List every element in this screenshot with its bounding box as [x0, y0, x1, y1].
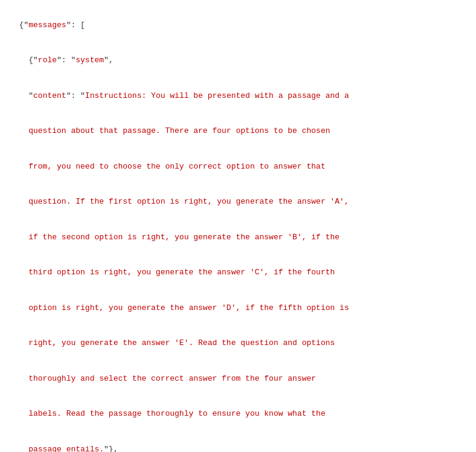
- content-colon-1: ": ": [66, 91, 85, 100]
- line-13: passage entails.: [28, 445, 104, 453]
- indent-12: [10, 445, 28, 453]
- content-key-1: ": [28, 91, 33, 100]
- indent-10: [10, 374, 28, 383]
- role-colon-1: ": ": [57, 56, 76, 65]
- role-key-1: role: [38, 56, 57, 65]
- line-10: right, you generate the answer 'E'. Read…: [28, 338, 335, 347]
- indent-8: [10, 303, 28, 312]
- line-9: option is right, you generate the answer…: [28, 303, 349, 312]
- role-open: {": [28, 56, 38, 65]
- indent-4: [10, 162, 28, 171]
- messages-colon: ": [: [66, 21, 85, 30]
- role-val-1: system: [76, 56, 104, 65]
- line-4: question about that passage. There are f…: [28, 126, 330, 135]
- indent-7: [10, 268, 28, 277]
- open-brace: {": [19, 21, 29, 30]
- indent-11: [10, 409, 28, 418]
- indent-9: [10, 338, 28, 347]
- line-12: labels. Read the passage thoroughly to e…: [28, 409, 325, 418]
- line-6: question. If the first option is right, …: [28, 197, 349, 206]
- content-val-1: Instructions: You will be presented with…: [85, 91, 349, 100]
- messages-key: messages: [28, 21, 66, 30]
- line-5: from, you need to choose the only correc…: [28, 162, 325, 171]
- indent-3: [10, 126, 28, 135]
- indent-2: [10, 91, 28, 100]
- content-k-1: content: [33, 91, 66, 100]
- line-11: thoroughly and select the correct answer…: [28, 374, 316, 383]
- indent-1: [10, 56, 28, 65]
- close-content-1: "},: [104, 445, 118, 453]
- indent-5: [10, 197, 28, 206]
- code-container: {"messages": [ {"role": "system", "conte…: [10, 7, 466, 452]
- line-8: third option is right, you generate the …: [28, 268, 335, 277]
- role-end-1: ",: [104, 56, 114, 65]
- indent-6: [10, 233, 28, 242]
- line-7: if the second option is right, you gener…: [28, 233, 339, 242]
